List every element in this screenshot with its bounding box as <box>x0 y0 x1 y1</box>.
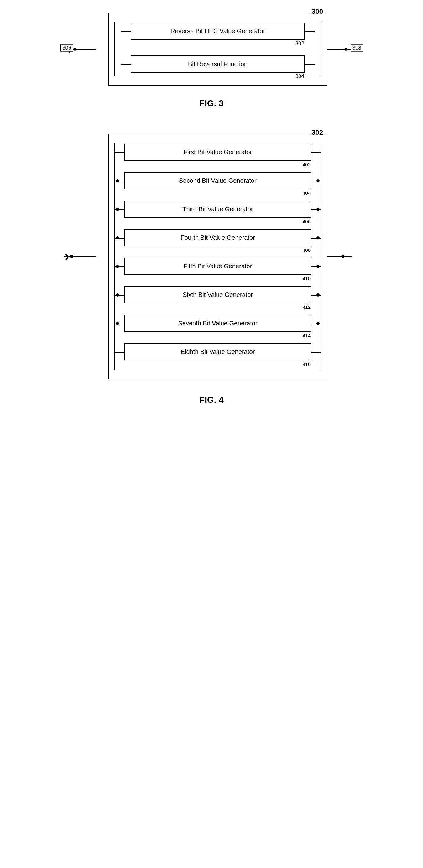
fig4-box-7-text: Eighth Bit Value Generator <box>181 348 255 355</box>
fig4-right-node-3 <box>317 236 320 240</box>
fig4-box-7: Eighth Bit Value Generator <box>124 343 311 361</box>
fig4-row-4: Fifth Bit Value Generator 410 <box>124 258 311 275</box>
fig4-box-3-label: 408 <box>303 247 311 253</box>
fig3-box2-label: 304 <box>295 73 304 80</box>
fig3-box1-label: 302 <box>295 40 304 47</box>
fig4-right-node-5 <box>317 293 320 297</box>
fig4-output-arrow-symbol: → <box>346 252 353 260</box>
fig4-box-5-text: Sixth Bit Value Generator <box>183 291 253 298</box>
fig4-left-node-4 <box>116 265 119 268</box>
fig4-box-1-label: 404 <box>303 190 311 196</box>
fig4-row-0: First Bit Value Generator 402 <box>124 144 311 161</box>
fig4-box-2-label: 406 <box>303 219 311 224</box>
fig3-outer-box: 300 Reverse Bit HEC Value Generator 302 <box>108 12 327 86</box>
fig4-rows-container: First Bit Value Generator 402 Second Bit… <box>124 144 311 363</box>
fig4-box-6-text: Seventh Bit Value Generator <box>178 320 257 327</box>
fig4-input-arrow-symbol: ❯ <box>64 253 70 260</box>
fig4-right-node-1 <box>317 179 320 182</box>
fig4-box-6: Seventh Bit Value Generator <box>124 315 311 332</box>
fig4-box-4: Fifth Bit Value Generator <box>124 258 311 275</box>
fig4-right-node-2 <box>317 208 320 211</box>
fig4-left-node-5 <box>116 293 119 297</box>
fig4-box-1: Second Bit Value Generator <box>124 172 311 189</box>
fig4-input-node <box>70 255 73 258</box>
fig3-output-label: 308 <box>353 45 361 51</box>
fig4-row-3: Fourth Bit Value Generator 408 <box>124 229 311 246</box>
fig3-outer-label: 300 <box>310 7 324 16</box>
fig4-box-0-label: 402 <box>303 162 311 167</box>
fig3-caption: FIG. 3 <box>199 98 224 108</box>
fig4-box-2-text: Third Bit Value Generator <box>182 206 253 213</box>
fig3-input-label: 306 <box>62 45 71 51</box>
fig3-box2-text: Bit Reversal Function <box>188 61 248 67</box>
fig4-right-node-4 <box>317 265 320 268</box>
fig4-box-1-text: Second Bit Value Generator <box>179 177 257 184</box>
fig4-left-node-2 <box>116 208 119 211</box>
fig4-diagram: ❯ → 302 First Bit Value Generator <box>96 133 327 405</box>
fig3-boxes: Reverse Bit HEC Value Generator 302 Bit … <box>121 23 314 73</box>
fig4-box-3: Fourth Bit Value Generator <box>124 229 311 246</box>
fig4-box-4-text: Fifth Bit Value Generator <box>184 263 252 270</box>
fig4-box-0: First Bit Value Generator <box>124 144 311 161</box>
fig4-box-6-label: 414 <box>303 333 311 338</box>
fig4-box-4-label: 410 <box>303 276 311 281</box>
fig4-box-3-text: Fourth Bit Value Generator <box>181 234 255 241</box>
fig4-row-7: Eighth Bit Value Generator 416 <box>124 343 311 361</box>
fig4-output-node <box>341 255 344 258</box>
fig3-box1-text: Reverse Bit HEC Value Generator <box>170 28 265 34</box>
fig3-box1: Reverse Bit HEC Value Generator <box>131 23 305 40</box>
fig4-left-node-6 <box>116 322 119 325</box>
fig4-outer-box: 302 First Bit Value Generator 402 <box>108 133 327 379</box>
fig4-box-2: Third Bit Value Generator <box>124 200 311 218</box>
fig4-box-7-label: 416 <box>303 362 311 367</box>
fig4-row-6: Seventh Bit Value Generator 414 <box>124 315 311 332</box>
fig3-box2: Bit Reversal Function <box>131 56 305 73</box>
fig4-row-1: Second Bit Value Generator 404 <box>124 172 311 189</box>
fig4-right-node-6 <box>317 322 320 325</box>
fig4-box-5-label: 412 <box>303 304 311 310</box>
fig3-diagram: ❯ 306 300 Reverse Bit HEC Va <box>96 12 327 108</box>
fig4-box-0-text: First Bit Value Generator <box>184 149 252 155</box>
fig4-row-5: Sixth Bit Value Generator 412 <box>124 286 311 304</box>
fig4-row-2: Third Bit Value Generator 406 <box>124 200 311 218</box>
fig4-left-node-3 <box>116 236 119 240</box>
fig4-box-5: Sixth Bit Value Generator <box>124 286 311 304</box>
fig4-outer-label: 302 <box>310 128 324 137</box>
fig4-left-node-1 <box>116 179 119 182</box>
fig4-caption: FIG. 4 <box>199 395 224 405</box>
